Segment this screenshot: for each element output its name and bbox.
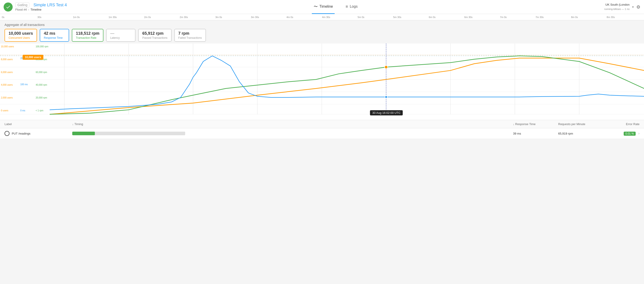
tick-4m30s: 4m 30s xyxy=(322,16,358,18)
svg-point-19 xyxy=(385,96,387,98)
breadcrumb-sep: › xyxy=(28,8,29,11)
chart-area[interactable]: 10,000 users 8,000 users 6,000 users 4,0… xyxy=(0,43,644,120)
table-header: Label ↓ Timing ↓ Response Time Requests … xyxy=(0,120,644,128)
test-title: Simple LRS Test 4 xyxy=(34,3,67,7)
th-error: Error Rate xyxy=(599,122,640,126)
chart-tooltip: 30 Aug 16:02:00 UTC xyxy=(370,110,403,115)
y-axis-rpm: 100,000 rpm 80,000 rpm 60,000 rpm 40,000… xyxy=(36,43,48,114)
transaction-rate-value: 118,512 rpm xyxy=(76,31,99,36)
th-response[interactable]: ↓ Response Time xyxy=(513,122,558,126)
td-error: 0.01 % › xyxy=(599,132,640,136)
y-label-0: 0 users xyxy=(1,109,14,112)
th-timing-label: Timing xyxy=(74,122,83,126)
user-bubble: 10,000 users xyxy=(22,55,43,60)
concurrent-users-label: Concurrent Users xyxy=(8,36,33,39)
metric-failed-transactions[interactable]: 7 rpm Failed Transactions xyxy=(174,29,206,42)
failed-transactions-label: Failed Transactions xyxy=(178,36,202,39)
row-icon xyxy=(4,131,10,136)
tick-6m0s: 6m 0s xyxy=(429,16,464,18)
metrics-row: 10,000 users Concurrent Users 42 ms Resp… xyxy=(4,29,640,42)
nav-logs[interactable]: ≡ Logs xyxy=(344,0,359,14)
y-label-6000: 6,000 users xyxy=(1,71,14,73)
row-expand-arrow[interactable]: › xyxy=(638,132,640,135)
tick-8m0s: 8m 0s xyxy=(571,16,607,18)
metric-transaction-rate[interactable]: 118,512 rpm Transaction Rate xyxy=(72,29,104,42)
timeline-icon: 〜 xyxy=(314,4,318,9)
y-label-100ms: 100 ms xyxy=(20,83,28,86)
td-timing xyxy=(72,132,513,135)
failed-transactions-value: 7 rpm xyxy=(178,31,202,36)
td-response: 39 ms xyxy=(513,132,558,135)
th-rpm: Requests per Minute xyxy=(558,122,599,126)
region-name: UK South (London xyxy=(604,3,630,7)
response-time-value: 42 ms xyxy=(44,31,65,36)
tick-5m0s: 5m 0s xyxy=(358,16,393,18)
aggregate-section: Aggregate of all transactions 10,000 use… xyxy=(0,20,644,43)
tick-2m0s: 2m 0s xyxy=(144,16,180,18)
y-label-100krpm: 100,000 rpm xyxy=(36,45,48,48)
header-left: Gatling Simple LRS Test 4 Flood #4 › Tim… xyxy=(15,2,67,11)
tick-7m0s: 7m 0s xyxy=(500,16,536,18)
transaction-rate-label: Transaction Rate xyxy=(76,36,99,39)
svg-point-18 xyxy=(384,66,388,69)
tick-5m30s: 5m 30s xyxy=(393,16,429,18)
passed-transactions-label: Passed Transactions xyxy=(142,36,167,39)
tick-6m30s: 6m 30s xyxy=(464,16,500,18)
y-axis-ms: 200 ms 100 ms 0 ms xyxy=(20,43,28,114)
y-label-10000: 10,000 users xyxy=(1,45,14,48)
header-nav: 〜 Timeline ≡ Logs xyxy=(67,0,604,14)
y-label-8000: 8,000 users xyxy=(1,58,14,61)
app-logo xyxy=(4,2,13,11)
region-info: UK South (London running-billows — 1 no xyxy=(604,3,630,11)
metric-response-time[interactable]: 42 ms Response Time xyxy=(40,29,69,42)
y-label-lt1rpm: < 1 rpm xyxy=(36,109,48,112)
response-time-label: Response Time xyxy=(44,36,65,39)
tick-7m30s: 7m 30s xyxy=(536,16,571,18)
y-axis-users: 10,000 users 8,000 users 6,000 users 4,0… xyxy=(1,43,14,114)
logs-icon: ≡ xyxy=(346,4,348,9)
header: Gatling Simple LRS Test 4 Flood #4 › Tim… xyxy=(0,0,644,14)
row-label-text: PUT /readings xyxy=(12,132,30,135)
tick-4m0s: 4m 0s xyxy=(286,16,322,18)
tick-0: 0s xyxy=(2,16,38,18)
nav-logs-label: Logs xyxy=(350,4,358,8)
latency-label: Latency xyxy=(110,36,132,39)
timing-bar-bg xyxy=(72,132,185,135)
aggregate-title: Aggregate of all transactions xyxy=(4,23,640,27)
tick-2m30s: 2m 30s xyxy=(180,16,216,18)
td-rpm: 65,919 rpm xyxy=(558,132,599,135)
metric-latency[interactable]: — Latency xyxy=(106,29,136,42)
th-response-label: Response Time xyxy=(515,122,536,126)
settings-icon[interactable]: ⚙ xyxy=(636,4,640,10)
tick-8m30s: 8m 30s xyxy=(607,16,642,18)
error-badge: 0.01 % xyxy=(624,132,636,136)
breadcrumb: Flood #4 › Timeline xyxy=(15,8,67,11)
latency-value: — xyxy=(110,31,132,36)
concurrent-users-value: 10,000 users xyxy=(8,31,33,36)
metric-concurrent-users[interactable]: 10,000 users Concurrent Users xyxy=(4,29,37,42)
tick-1m0s: 1m 0s xyxy=(73,16,108,18)
breadcrumb-parent[interactable]: Flood #4 xyxy=(15,8,27,11)
th-timing[interactable]: ↓ Timing xyxy=(72,122,513,126)
header-right: UK South (London running-billows — 1 no … xyxy=(604,3,640,11)
timing-bar-fill xyxy=(72,132,95,135)
y-label-0ms: 0 ms xyxy=(20,109,28,112)
table-section: Label ↓ Timing ↓ Response Time Requests … xyxy=(0,120,644,139)
nav-timeline-label: Timeline xyxy=(320,4,333,8)
y-label-2000: 2,000 users xyxy=(1,97,14,99)
y-label-20krpm: 20,000 rpm xyxy=(36,97,48,99)
breadcrumb-current: Timeline xyxy=(30,8,42,11)
td-label: PUT /readings xyxy=(4,131,72,136)
metric-passed-transactions[interactable]: 65,912 rpm Passed Transactions xyxy=(138,29,172,42)
table-row[interactable]: PUT /readings 39 ms 65,919 rpm 0.01 % › xyxy=(0,128,644,139)
timeline-ruler: 0s 30s 1m 0s 1m 30s 2m 0s 2m 30s 3m 0s 3… xyxy=(0,14,644,20)
sort-icon-timing: ↓ xyxy=(72,123,74,126)
tick-3m30s: 3m 30s xyxy=(251,16,286,18)
chart-svg xyxy=(0,43,644,120)
y-label-4000: 4,000 users xyxy=(1,84,14,86)
region-dropdown[interactable]: ▾ xyxy=(632,5,634,8)
nav-timeline[interactable]: 〜 Timeline xyxy=(312,0,335,14)
brand-label: Gatling xyxy=(15,2,29,7)
th-label: Label xyxy=(4,122,72,126)
sort-icon-response: ↓ xyxy=(513,123,514,126)
